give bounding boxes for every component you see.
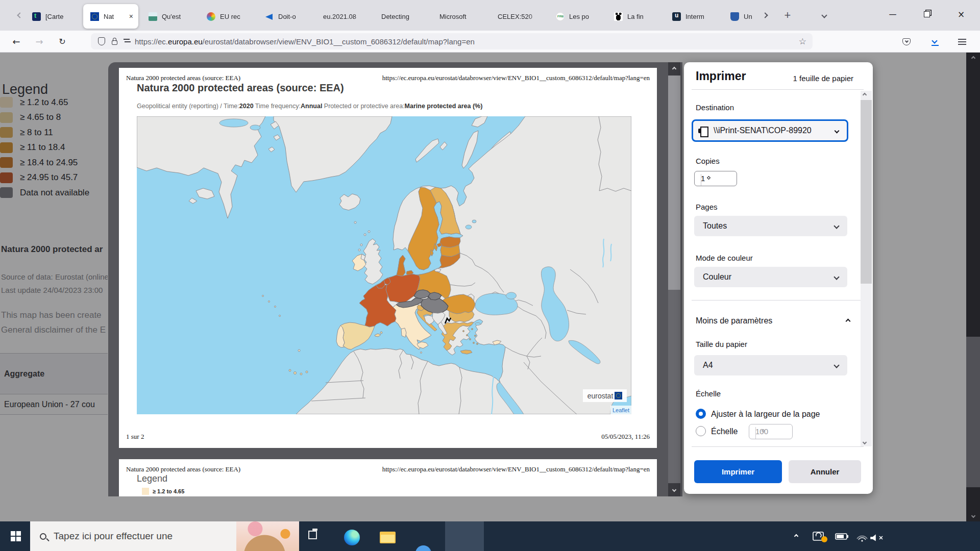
preview-scrollbar-thumb[interactable] bbox=[668, 76, 680, 290]
dialog-scroll-up-icon[interactable] bbox=[863, 93, 867, 97]
less-settings-toggle[interactable]: Moins de paramètres bbox=[696, 316, 772, 325]
copies-label: Copies bbox=[696, 157, 720, 165]
list-all-tabs-icon[interactable] bbox=[817, 0, 832, 31]
taskbar-explorer-icon[interactable] bbox=[380, 530, 396, 545]
print-preview-page-1: Natura 2000 protected areas (source: EEA… bbox=[119, 68, 657, 448]
scroll-tabs-right-icon[interactable] bbox=[758, 0, 772, 31]
url-text: https://ec.europa.eu/eurostat/databrowse… bbox=[135, 37, 475, 46]
university-crest-icon bbox=[730, 12, 739, 21]
page1-header-right: https://ec.europa.eu/eurostat/databrowse… bbox=[382, 74, 650, 82]
fit-to-width-label: Ajuster à la largeur de la page bbox=[711, 410, 820, 419]
download-icon[interactable] bbox=[929, 31, 941, 53]
back-button[interactable]: ← bbox=[9, 31, 23, 53]
copies-input[interactable]: 1 bbox=[694, 171, 737, 186]
paper-size-select[interactable]: A4 bbox=[694, 355, 847, 375]
sheet-count: 1 feuille de papier bbox=[793, 74, 853, 83]
printer-icon bbox=[698, 127, 708, 135]
window-restore-button[interactable] bbox=[915, 0, 939, 29]
color-mode-label: Mode de couleur bbox=[696, 254, 753, 262]
preview-scroll-up-icon[interactable] bbox=[668, 62, 680, 76]
dialog-scrollbar[interactable] bbox=[861, 91, 872, 446]
taskbar-edge-icon[interactable] bbox=[344, 530, 360, 545]
print-button[interactable]: Imprimer bbox=[694, 460, 782, 483]
browser-tab-nat[interactable]: Nat× bbox=[83, 4, 138, 29]
preview-scroll-down-icon[interactable] bbox=[668, 483, 680, 496]
chevron-down-icon bbox=[835, 128, 840, 133]
browser-tab-eu-2021-08[interactable]: eu.2021.08 bbox=[316, 4, 371, 29]
pages-select[interactable]: Toutes bbox=[694, 216, 847, 236]
destination-value: \\iPrint-SENAT\COP-89920 bbox=[714, 126, 812, 135]
window-minimize-button[interactable]: — bbox=[881, 0, 904, 29]
browser-tab-la-fin[interactable]: La fin bbox=[607, 4, 662, 29]
page-scrollbar[interactable] bbox=[966, 53, 980, 521]
lock-icon[interactable] bbox=[112, 40, 117, 45]
taskbar-thunderbird-icon[interactable] bbox=[415, 545, 431, 551]
start-button[interactable] bbox=[11, 531, 21, 542]
print-dialog-title: Imprimer bbox=[696, 69, 746, 83]
page2-legend-title: Legend bbox=[137, 473, 167, 484]
forward-button[interactable]: → bbox=[32, 31, 46, 53]
windows-taskbar: Tapez ici pour effectuer une 11:2605/05/… bbox=[0, 521, 980, 551]
tray-icons[interactable] bbox=[809, 521, 891, 551]
tab-close-icon[interactable]: × bbox=[129, 12, 133, 20]
map-title: Natura 2000 protected areas (source: EEA… bbox=[137, 82, 344, 94]
browser-tab-doit-o[interactable]: Doit-o bbox=[258, 4, 313, 29]
browser-tab-interm[interactable]: Interm bbox=[665, 4, 720, 29]
taskbar-search[interactable]: Tapez ici pour effectuer une bbox=[30, 521, 299, 551]
color-pinwheel-icon bbox=[207, 12, 215, 21]
destination-select[interactable]: \\iPrint-SENAT\COP-89920 bbox=[692, 119, 848, 142]
print-preview-page-2: Natura 2000 protected areas (source: EEA… bbox=[119, 459, 657, 496]
cancel-button[interactable]: Annuler bbox=[789, 460, 861, 483]
browser-tab-detecting[interactable]: Detecting bbox=[374, 4, 429, 29]
page-scroll-down-icon[interactable] bbox=[966, 510, 980, 521]
browser-tab-qu-est[interactable]: Qu'est bbox=[141, 4, 197, 29]
tracking-protection-icon[interactable] bbox=[98, 37, 105, 45]
eurostat-logo: eurostat bbox=[583, 389, 627, 402]
search-placeholder: Tapez ici pour effectuer une bbox=[54, 531, 173, 542]
page-scrollbar-thumb[interactable] bbox=[966, 337, 980, 487]
scale-input[interactable]: 100 bbox=[749, 424, 793, 439]
eu-flag-icon bbox=[90, 12, 99, 21]
window-close-button[interactable]: × bbox=[949, 0, 973, 29]
browser-tab-microsoft[interactable]: Microsoft bbox=[432, 4, 487, 29]
blue-flag-icon bbox=[265, 12, 274, 21]
url-bar[interactable]: https://ec.europa.eu/eurostat/databrowse… bbox=[91, 33, 813, 49]
new-tab-button[interactable]: + bbox=[780, 0, 795, 31]
page2-legend-item: ≥ 1.2 to 4.65 bbox=[142, 488, 184, 495]
browser-tab-eu-rec[interactable]: EU rec bbox=[200, 4, 255, 29]
custom-scale-label: Échelle bbox=[711, 427, 738, 436]
dialog-scroll-down-icon[interactable] bbox=[863, 440, 867, 444]
search-icon bbox=[40, 533, 46, 540]
menu-hamburger-icon[interactable] bbox=[955, 31, 969, 53]
taskbar-firefox-active-tile[interactable] bbox=[445, 521, 484, 551]
color-mode-select[interactable]: Couleur bbox=[694, 267, 847, 287]
permissions-icon[interactable] bbox=[124, 39, 131, 44]
page1-footer-right: 05/05/2023, 11:26 bbox=[601, 433, 650, 441]
collapse-icon bbox=[846, 319, 851, 324]
browser-tab-les-po[interactable]: Les po bbox=[549, 4, 604, 29]
landscape-photo-icon bbox=[149, 12, 157, 21]
custom-scale-radio[interactable] bbox=[696, 426, 706, 436]
wwf-panda-icon bbox=[614, 12, 623, 21]
reload-button[interactable]: ↻ bbox=[55, 31, 69, 53]
frb-logo-icon bbox=[556, 12, 565, 21]
page-scroll-up-icon[interactable] bbox=[966, 53, 980, 64]
destination-label: Destination bbox=[696, 103, 734, 112]
browser-tab-celex-520[interactable]: CELEX:520 bbox=[491, 4, 546, 29]
preview-scrollbar[interactable] bbox=[668, 62, 680, 496]
paper-size-label: Taille du papier bbox=[696, 340, 747, 348]
browser-toolbar: ← → ↻ https://ec.europa.eu/eurostat/data… bbox=[0, 31, 980, 53]
bookmark-star-icon[interactable]: ☆ bbox=[799, 36, 806, 46]
pages-label: Pages bbox=[696, 203, 718, 211]
task-view-icon[interactable] bbox=[308, 531, 317, 539]
dialog-scrollbar-thumb[interactable] bbox=[861, 100, 872, 284]
pocket-icon[interactable] bbox=[900, 31, 913, 53]
map-meta-line: Geopolitical entity (reporting) / Time:2… bbox=[137, 103, 482, 110]
tray-expand-icon[interactable] bbox=[795, 521, 798, 551]
browser-tab--carte[interactable]: [Carte bbox=[25, 4, 80, 29]
browser-tab-bar: [CarteNat×Qu'estEU recDoit-oeu.2021.08De… bbox=[0, 0, 980, 31]
scale-label: Échelle bbox=[696, 389, 721, 398]
europe-choropleth-map: eurostat Leaflet bbox=[137, 116, 631, 414]
search-daily-image bbox=[236, 521, 299, 551]
fit-to-width-radio[interactable] bbox=[696, 409, 706, 419]
